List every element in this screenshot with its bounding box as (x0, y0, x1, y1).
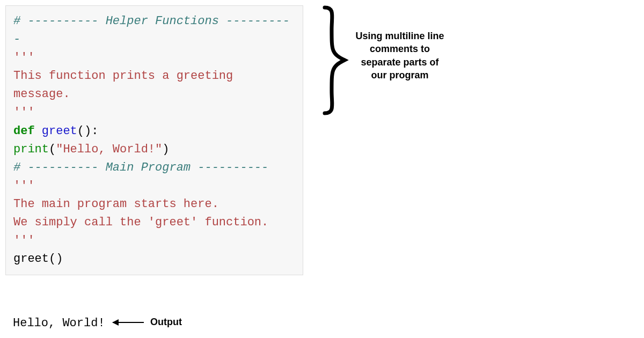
section-comment: # ---------- Main Program ---------- (13, 161, 268, 174)
string-literal: "Hello, World!" (56, 143, 162, 156)
curly-brace-icon (317, 5, 349, 115)
output-label: Output (150, 317, 182, 328)
docstring-text: We simply call the 'greet' function. (13, 216, 268, 229)
section-comment: # ---------- Helper Functions ---------- (13, 14, 290, 46)
annotation-text: Using multiline line comments to separat… (354, 30, 445, 82)
output-text: Hello, World! (13, 317, 105, 330)
keyword-def: def (13, 124, 35, 138)
paren-open: ( (49, 143, 56, 156)
builtin-print: print (13, 143, 49, 156)
docstring-delim: ''' (13, 179, 35, 193)
docstring-text: This function prints a greeting message. (13, 69, 233, 101)
docstring-delim: ''' (13, 106, 35, 119)
function-call: greet (13, 252, 49, 266)
function-name: greet (42, 124, 77, 138)
arrow-left-icon (113, 322, 144, 323)
docstring-text: The main program starts here. (13, 197, 219, 211)
docstring-delim: ''' (13, 51, 35, 64)
code-block: # ---------- Helper Functions ----------… (5, 5, 303, 275)
parens: (): (77, 124, 99, 138)
parens: () (49, 252, 63, 266)
paren-close: ) (162, 143, 169, 156)
docstring-delim: ''' (13, 234, 35, 247)
